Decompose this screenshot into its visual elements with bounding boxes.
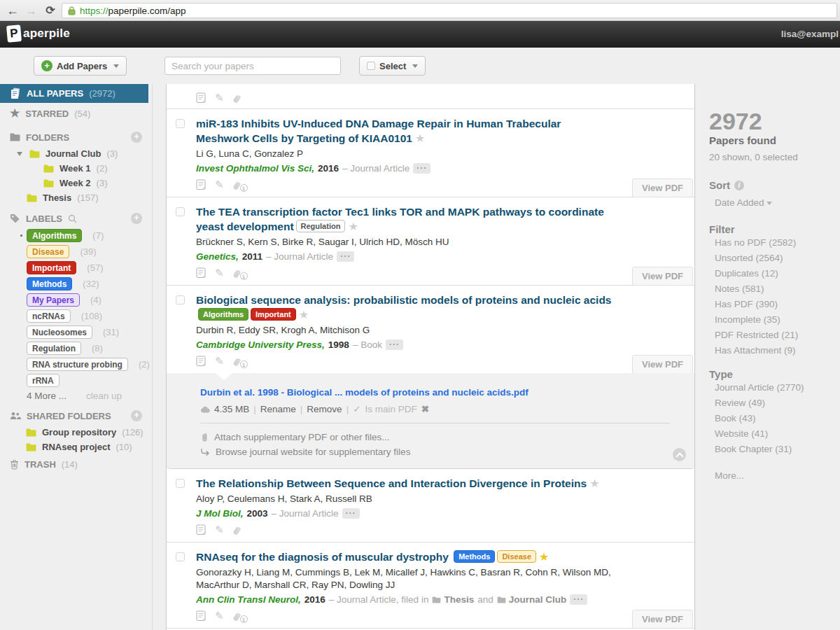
label-badge[interactable]: Disease (497, 550, 536, 563)
paper-checkbox[interactable] (176, 552, 185, 561)
filter-item[interactable]: Has PDF (390) (709, 297, 840, 312)
paper-item[interactable]: The TEA transcription factor Tec1 links … (167, 197, 694, 286)
type-item[interactable]: Book (43) (709, 411, 840, 426)
sidebar-label-disease[interactable]: Disease (39) (0, 244, 150, 260)
more-link[interactable]: More... (709, 468, 840, 484)
sidebar-item-trash[interactable]: TRASH (14) (0, 454, 150, 474)
filter-item[interactable]: Has no PDF (2582) (709, 235, 840, 251)
type-item[interactable]: Book Chapter (31) (709, 442, 840, 457)
more-options-button[interactable]: ··· (386, 340, 403, 350)
select-button[interactable]: Select (359, 56, 426, 76)
sidebar-label-rrna[interactable]: rRNA (0, 372, 150, 388)
rename-link[interactable]: Rename (260, 404, 296, 414)
view-pdf-button[interactable]: View PDF (632, 178, 693, 197)
paper-item[interactable]: RNAseq for the diagnosis of muscular dys… (167, 542, 694, 629)
info-icon[interactable] (734, 181, 744, 190)
sidebar-section-labels[interactable]: LABELS (0, 209, 150, 227)
paper-title[interactable]: The TEA transcription factor Tec1 links … (196, 204, 616, 234)
add-papers-button[interactable]: Add Papers (34, 56, 127, 76)
paper-checkbox[interactable] (176, 479, 185, 488)
sidebar-label-algorithms[interactable]: Algorithms (7) (0, 227, 150, 244)
browser-forward-icon[interactable] (22, 1, 39, 20)
sidebar-folder-thesis[interactable]: Thesis (157) (0, 190, 150, 205)
sidebar-folder-week-2[interactable]: Week 2 (3) (0, 176, 150, 190)
sidebar-label-methods[interactable]: Methods (32) (0, 276, 150, 292)
star-icon[interactable] (299, 309, 309, 321)
edit-pencil-icon[interactable] (215, 93, 224, 103)
notes-icon[interactable] (196, 524, 206, 536)
select-checkbox[interactable] (367, 62, 375, 70)
edit-pencil-icon[interactable] (215, 356, 224, 366)
sidebar-label-nucleosomes[interactable]: Nucleosomes (31) (0, 324, 150, 340)
label-badge[interactable]: Methods (454, 550, 495, 563)
paperclip-icon[interactable]: 1 (232, 180, 241, 190)
sidebar-section-shared-folders[interactable]: SHARED FOLDERS (0, 407, 150, 425)
paper-title[interactable]: RNAseq for the diagnosis of muscular dys… (196, 550, 616, 564)
add-folder-button[interactable] (131, 132, 142, 143)
paper-item-expanded[interactable]: Biological sequence analysis: probabilis… (167, 286, 694, 373)
edit-pencil-icon[interactable] (215, 611, 224, 621)
label-badge[interactable]: Regulation (296, 220, 346, 232)
sidebar-item-starred[interactable]: STARRED (54) (0, 103, 150, 124)
notes-icon[interactable] (196, 356, 206, 367)
url-text[interactable]: https://paperpile.com/app (80, 6, 186, 16)
type-item[interactable]: Website (41) (709, 426, 840, 442)
type-item[interactable]: Journal Article (2770) (709, 380, 840, 396)
type-item[interactable]: Review (49) (709, 396, 840, 411)
paper-title[interactable]: Biological sequence analysis: probabilis… (196, 293, 616, 322)
label-badge[interactable]: Important (251, 308, 296, 321)
filter-item[interactable]: Duplicates (12) (709, 266, 840, 281)
sidebar-label-rna-structure-probing[interactable]: RNA structure probing (2) (0, 356, 150, 372)
more-options-button[interactable]: ··· (342, 508, 360, 519)
notes-icon[interactable] (196, 92, 206, 104)
more-options-button[interactable]: ··· (570, 594, 587, 605)
paperclip-icon[interactable] (232, 93, 241, 104)
edit-pencil-icon[interactable] (215, 180, 224, 190)
pdf-file-link[interactable]: Durbin et al. 1998 - Biological ... mode… (200, 387, 670, 398)
download-cloud-icon[interactable] (200, 405, 210, 413)
edit-pencil-icon[interactable] (215, 525, 224, 535)
collapse-chevron-icon[interactable] (673, 448, 686, 461)
filed-in-folder[interactable]: Thesis (432, 594, 474, 605)
add-shared-folder-button[interactable] (131, 410, 142, 421)
browse-journal-website-link[interactable]: Browse journal website for supplementary… (200, 447, 670, 457)
more-options-button[interactable]: ··· (413, 163, 430, 174)
browser-back-icon[interactable] (4, 1, 21, 20)
paper-checkbox[interactable] (176, 295, 185, 304)
paperclip-icon[interactable]: 1 (232, 611, 241, 622)
paperclip-icon[interactable] (232, 525, 241, 536)
user-email[interactable]: lisa@exampl (781, 29, 839, 39)
paperclip-icon[interactable]: 1 (232, 356, 241, 367)
search-input[interactable] (164, 57, 341, 75)
more-options-button[interactable]: ··· (337, 251, 354, 262)
sort-dropdown[interactable]: Date Added (709, 195, 840, 211)
notes-icon[interactable] (196, 267, 206, 279)
browser-refresh-icon[interactable] (42, 1, 59, 20)
edit-pencil-icon[interactable] (215, 268, 224, 278)
add-label-button[interactable] (131, 213, 142, 224)
sidebar-folder-week-1[interactable]: Week 1 (2) (0, 161, 150, 176)
view-pdf-button[interactable]: View PDF (632, 267, 693, 286)
address-bar[interactable]: https://paperpile.com/app (62, 3, 837, 18)
sidebar-label-my-papers[interactable]: My Papers (4) (0, 292, 150, 308)
sidebar-label-regulation[interactable]: Regulation (8) (0, 340, 150, 356)
sidebar-item-all-papers[interactable]: ALL PAPERS (2972) (0, 84, 148, 103)
search-icon[interactable] (68, 214, 77, 223)
attach-supplementary-link[interactable]: Attach supplementary PDF or other files.… (200, 432, 670, 442)
sidebar-folder-journal-club[interactable]: Journal Club (3) (0, 146, 150, 161)
notes-icon[interactable] (196, 610, 206, 622)
paper-checkbox[interactable] (176, 207, 185, 216)
notes-icon[interactable] (196, 179, 206, 190)
filter-item[interactable]: Unsorted (2564) (709, 251, 840, 266)
star-icon[interactable] (415, 132, 425, 144)
sidebar-label-important[interactable]: Important (57) (0, 260, 150, 276)
star-icon[interactable] (348, 220, 358, 232)
sidebar-shared-rnaseq-project[interactable]: RNAseq project (10) (0, 440, 150, 454)
paper-item[interactable]: The Relationship Between Sequence and In… (167, 469, 694, 542)
filed-in-folder[interactable]: Journal Club (497, 594, 567, 605)
filter-item[interactable]: Incomplete (35) (709, 312, 840, 328)
paperpile-logo[interactable]: P aperpile (7, 25, 70, 42)
paperclip-icon[interactable]: 1 (232, 268, 241, 279)
star-icon[interactable] (589, 477, 599, 489)
more-labels-link[interactable]: 4 More ... (27, 391, 66, 401)
